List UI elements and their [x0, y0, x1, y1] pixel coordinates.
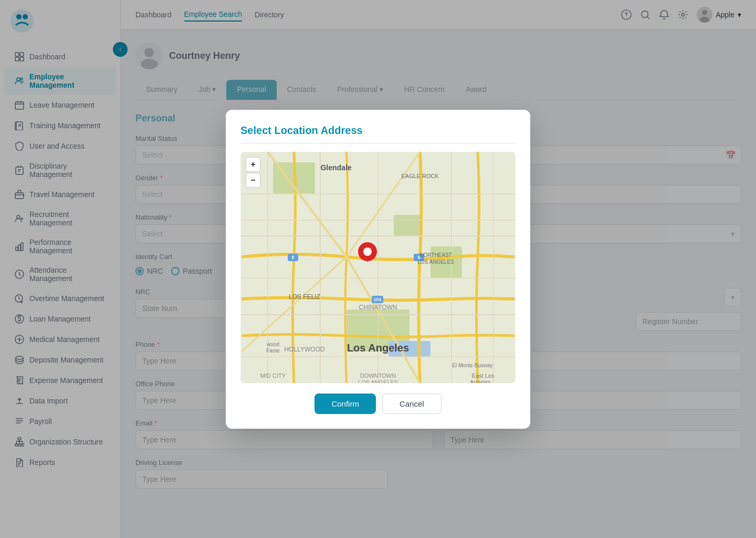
- svg-text:LOS ANGELES: LOS ANGELES: [417, 259, 454, 265]
- svg-text:5: 5: [291, 255, 294, 260]
- svg-text:101: 101: [373, 297, 381, 302]
- svg-text:DOWNTOWN: DOWNTOWN: [360, 373, 396, 379]
- select-location-modal: Select Location Address: [226, 110, 530, 429]
- svg-text:MID CITY: MID CITY: [260, 373, 286, 379]
- svg-text:HOLLYWOOD: HOLLYWOOD: [284, 346, 324, 353]
- map-svg: 5 5 Glendale EAGLE ROCK wood Fame LOS FE…: [240, 152, 516, 383]
- svg-text:Fame: Fame: [266, 348, 280, 354]
- cancel-button[interactable]: Cancel: [382, 394, 442, 414]
- svg-text:wood: wood: [266, 342, 279, 347]
- svg-text:Angeles: Angeles: [470, 379, 491, 383]
- map-container[interactable]: 5 5 Glendale EAGLE ROCK wood Fame LOS FE…: [240, 152, 516, 383]
- svg-text:East Los: East Los: [472, 373, 495, 379]
- modal-title: Select Location Address: [240, 125, 516, 143]
- svg-text:LOS FELIZ: LOS FELIZ: [289, 293, 320, 301]
- modal-actions: Confirm Cancel: [240, 394, 516, 414]
- svg-text:EAGLE ROCK: EAGLE ROCK: [401, 173, 439, 179]
- svg-point-83: [363, 247, 372, 256]
- svg-text:Glendale: Glendale: [320, 163, 351, 172]
- svg-text:El Monte Busway: El Monte Busway: [452, 363, 492, 368]
- svg-rect-39: [394, 215, 420, 236]
- confirm-button[interactable]: Confirm: [314, 394, 376, 414]
- svg-text:NORTHEAST: NORTHEAST: [419, 252, 452, 258]
- svg-text:CHINATOWN: CHINATOWN: [359, 304, 397, 311]
- svg-text:LOS ANGELES: LOS ANGELES: [358, 379, 398, 383]
- zoom-out-button[interactable]: −: [246, 173, 260, 188]
- map-controls: + −: [246, 157, 260, 188]
- modal-overlay: Select Location Address: [0, 0, 756, 538]
- svg-text:Los Angeles: Los Angeles: [347, 342, 409, 354]
- zoom-in-button[interactable]: +: [246, 157, 260, 172]
